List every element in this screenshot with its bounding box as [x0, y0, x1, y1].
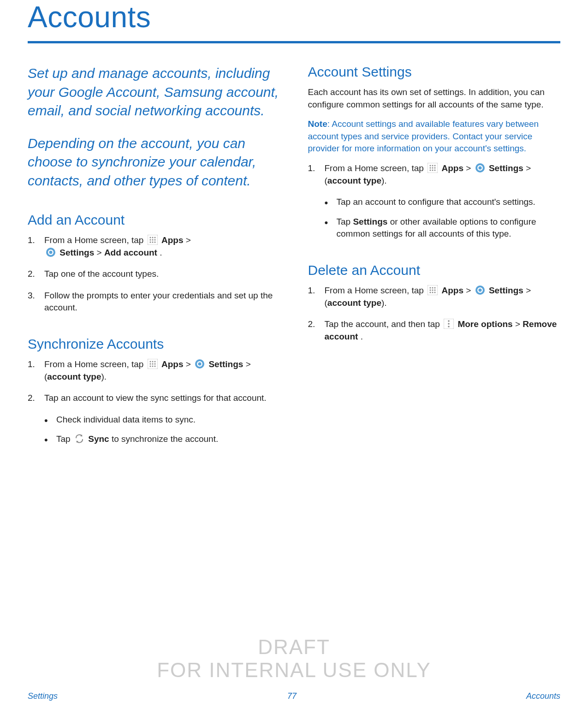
- heading-add-account: Add an Account: [28, 212, 280, 228]
- settings-label: Settings: [489, 163, 523, 173]
- footer-left: Settings: [28, 691, 58, 701]
- sync-steps: From a Home screen, tap Apps > Settings …: [28, 358, 280, 405]
- svg-point-44: [432, 289, 434, 291]
- settings-gear-icon: [475, 163, 485, 173]
- account-type-label: account type: [327, 298, 381, 308]
- intro-paragraph-2: Depending on the account, you can choose…: [28, 134, 280, 190]
- delete-account-step-1: From a Home screen, tap Apps > Settings …: [308, 285, 561, 309]
- svg-point-12: [49, 250, 53, 254]
- svg-point-31: [432, 167, 434, 168]
- sync-step-2: Tap an account to view the sync settings…: [28, 392, 280, 405]
- text: From a Home screen, tap: [325, 163, 427, 173]
- more-options-label: More options: [457, 319, 512, 329]
- svg-point-32: [434, 167, 436, 168]
- content-columns: Set up and manage accounts, including yo…: [28, 64, 560, 453]
- svg-point-43: [430, 289, 431, 291]
- apps-grid-icon: [148, 235, 158, 245]
- svg-point-30: [430, 167, 431, 168]
- settings-label: Settings: [353, 217, 387, 226]
- svg-point-16: [154, 361, 155, 362]
- settings-gear-icon: [475, 285, 485, 295]
- sync-bullet-2: Tap Sync to synchronize the account.: [44, 433, 280, 446]
- svg-point-5: [152, 239, 153, 241]
- delete-account-step-2: Tap the account, and then tap More optio…: [308, 318, 561, 343]
- more-options-icon: [444, 319, 454, 329]
- account-type-label: account type: [327, 176, 381, 185]
- svg-point-4: [149, 239, 151, 241]
- note-text: : Account settings and available feature…: [308, 119, 539, 153]
- svg-point-8: [152, 242, 153, 243]
- svg-point-3: [154, 237, 155, 238]
- svg-point-42: [434, 287, 436, 288]
- heading-delete-account: Delete an Account: [308, 262, 561, 278]
- add-account-step-1: From a Home screen, tap Apps > Settings …: [28, 234, 280, 259]
- apps-label: Apps: [441, 286, 463, 295]
- settings-gear-icon: [46, 247, 56, 257]
- svg-point-51: [478, 288, 481, 292]
- settings-label: Settings: [489, 286, 523, 295]
- svg-point-27: [430, 165, 431, 166]
- settings-gear-icon: [195, 359, 205, 369]
- add-account-steps: From a Home screen, tap Apps > Settings …: [28, 234, 280, 314]
- svg-point-2: [152, 237, 153, 238]
- account-settings-bullet-2: Tap Settings or other available options …: [325, 216, 561, 240]
- svg-point-40: [430, 287, 431, 288]
- watermark-line-2: FOR INTERNAL USE ONLY: [0, 659, 588, 682]
- svg-point-38: [478, 166, 481, 169]
- page-footer: Settings 77 Accounts: [0, 691, 588, 701]
- svg-point-19: [154, 363, 155, 364]
- end: .: [160, 248, 162, 257]
- account-settings-bullets: Tap an account to configure that account…: [308, 196, 561, 240]
- svg-point-18: [152, 363, 153, 364]
- apps-grid-icon: [428, 285, 438, 295]
- text: to synchronize the account.: [112, 434, 218, 444]
- settings-label: Settings: [208, 359, 243, 369]
- svg-point-14: [149, 361, 151, 362]
- gt: >: [515, 319, 523, 329]
- add-account-label: Add account: [104, 248, 157, 257]
- sync-bullets: Check individual data items to sync. Tap…: [28, 414, 280, 446]
- svg-point-53: [448, 320, 450, 322]
- svg-point-7: [149, 242, 151, 243]
- heading-synchronize-accounts: Synchronize Accounts: [28, 336, 280, 352]
- svg-point-1: [149, 237, 151, 238]
- apps-label: Apps: [441, 163, 463, 173]
- svg-point-35: [434, 169, 436, 171]
- svg-point-15: [152, 361, 153, 362]
- account-settings-bullet-1: Tap an account to configure that account…: [325, 196, 561, 208]
- text: Tap: [337, 217, 353, 226]
- sync-bullet-1: Check individual data items to sync.: [44, 414, 280, 426]
- svg-point-41: [432, 287, 434, 288]
- account-settings-note: Note: Account settings and available fea…: [308, 118, 561, 155]
- gt: >: [186, 235, 191, 245]
- end: ).: [381, 176, 387, 185]
- intro-paragraph-1: Set up and manage accounts, including yo…: [28, 64, 280, 120]
- end: ).: [381, 298, 387, 308]
- svg-point-20: [149, 365, 151, 367]
- svg-point-48: [434, 292, 436, 293]
- sync-label: Sync: [88, 434, 109, 444]
- sync-icon: [74, 434, 84, 444]
- watermark-line-1: DRAFT: [0, 636, 588, 659]
- svg-point-28: [432, 165, 434, 166]
- svg-point-47: [432, 292, 434, 293]
- svg-point-6: [154, 239, 155, 241]
- apps-grid-icon: [428, 163, 438, 173]
- text: From a Home screen, tap: [325, 286, 427, 295]
- svg-point-9: [154, 242, 155, 243]
- svg-point-46: [430, 292, 431, 293]
- settings-label: Settings: [59, 248, 94, 257]
- svg-point-34: [432, 169, 434, 171]
- end: ).: [101, 372, 107, 381]
- footer-right: Accounts: [526, 691, 560, 701]
- gt: >: [186, 359, 193, 369]
- text: From a Home screen, tap: [44, 235, 146, 245]
- heading-account-settings: Account Settings: [308, 64, 561, 80]
- title-divider: [28, 41, 560, 43]
- apps-label: Apps: [161, 235, 184, 245]
- note-label: Note: [308, 119, 327, 129]
- gt: >: [97, 248, 104, 257]
- account-settings-steps: From a Home screen, tap Apps > Settings …: [308, 162, 561, 187]
- account-settings-step-1: From a Home screen, tap Apps > Settings …: [308, 162, 561, 187]
- gt: >: [466, 163, 473, 173]
